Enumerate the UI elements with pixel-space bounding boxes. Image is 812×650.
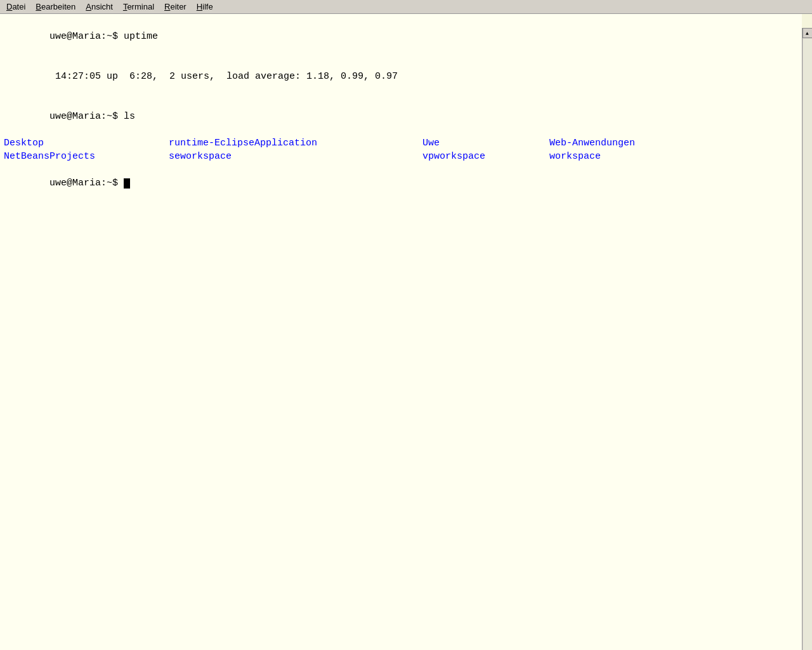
scrollbar-track[interactable]	[803, 39, 812, 650]
terminal-area[interactable]: uwe@Maria:~$ uptime 14:27:05 up 6:28, 2 …	[0, 14, 802, 650]
ls-item-netbeans: NetBeansProjects	[4, 150, 169, 163]
menu-ansicht[interactable]: Ansicht	[82, 1, 117, 12]
menu-hilfe[interactable]: Hilfe	[193, 1, 217, 12]
scrollbar-up-button[interactable]: ▲	[802, 28, 813, 38]
ls-item-vpworkspace: vpworkspace	[422, 150, 549, 163]
ls-item-runtime: runtime-EclipseApplication	[169, 136, 422, 150]
line-uptime-output: 14:27:05 up 6:28, 2 users, load average:…	[4, 56, 802, 96]
menu-terminal[interactable]: Terminal	[119, 1, 158, 12]
ls-item-uwe: Uwe	[422, 136, 549, 150]
menu-bearbeiten[interactable]: Bearbeiten	[32, 1, 79, 12]
ls-item-seworkspace: seworkspace	[169, 150, 422, 163]
line-uptime-prompt: uwe@Maria:~$ uptime	[4, 17, 802, 56]
terminal-content: uwe@Maria:~$ uptime 14:27:05 up 6:28, 2 …	[4, 17, 802, 203]
menubar: Datei Bearbeiten Ansicht Terminal Reiter…	[0, 0, 812, 14]
cursor	[124, 178, 130, 189]
menu-reiter[interactable]: Reiter	[160, 1, 190, 12]
scrollbar[interactable]: ▲ ▼	[802, 28, 812, 650]
ls-row1: Desktop runtime-EclipseApplication Uwe W…	[4, 136, 802, 150]
menu-datei[interactable]: Datei	[3, 1, 29, 12]
ls-item-workspace: workspace	[549, 150, 802, 163]
line-final-prompt: uwe@Maria:~$	[4, 163, 802, 203]
ls-row2: NetBeansProjects seworkspace vpworkspace…	[4, 150, 802, 163]
line-ls-prompt: uwe@Maria:~$ ls	[4, 96, 802, 136]
ls-item-web: Web-Anwendungen	[549, 136, 802, 150]
ls-item-desktop: Desktop	[4, 136, 169, 150]
